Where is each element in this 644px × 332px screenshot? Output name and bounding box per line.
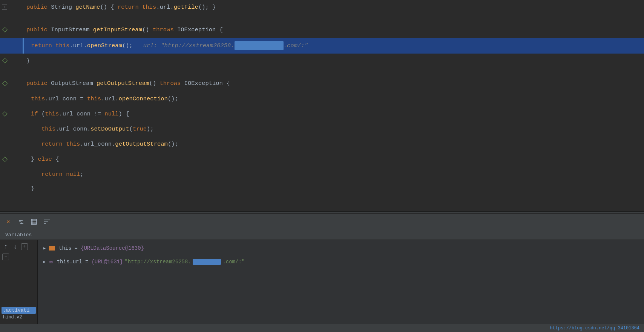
selected-bar bbox=[23, 38, 24, 54]
add-watch-button[interactable]: + bbox=[21, 243, 28, 250]
hind-label: hind.v2 bbox=[2, 314, 36, 321]
var-val-url-str-start: "http://xstream26258. bbox=[124, 259, 191, 265]
kw-return-13: return bbox=[41, 170, 66, 179]
type-outputstream: OutputStream bbox=[51, 79, 97, 88]
punct-3: (); } bbox=[198, 3, 216, 12]
line-10-content: this.url_conn.setDoOutput(true); bbox=[23, 121, 644, 137]
gutter-3 bbox=[0, 22, 23, 38]
punct-7: (); bbox=[122, 41, 133, 51]
punct-19: ); bbox=[147, 124, 154, 134]
gutter-13 bbox=[0, 167, 23, 182]
punct-12: .url. bbox=[101, 94, 119, 104]
punct-2: .url. bbox=[156, 3, 174, 12]
method-getoutputstream: getOutputStream bbox=[97, 79, 149, 88]
bottom-panel: ✕ bbox=[0, 214, 644, 332]
blurred-url-text: ██ ██████ bbox=[193, 259, 221, 265]
method-setdooutput: setDoOutput bbox=[90, 124, 129, 134]
code-line-10: this.url_conn.setDoOutput(true); bbox=[0, 121, 644, 137]
method-getinputstream: getInputStream bbox=[93, 25, 142, 35]
line-3-content: public InputStream getInputStream() thro… bbox=[23, 22, 644, 38]
code-line-8: this.url_conn = this.url.openConnection(… bbox=[0, 91, 644, 106]
variables-header: Variables bbox=[0, 230, 644, 240]
var-icon-inf: ∞ bbox=[49, 259, 53, 265]
punct-20: .url_conn. bbox=[80, 140, 115, 149]
variable-row-this[interactable]: ▶ this = {URLDataSource@1630} bbox=[38, 241, 644, 255]
exception-ioexception-1: IOException bbox=[177, 25, 219, 35]
punct-1: () { bbox=[100, 3, 118, 12]
punct-23: { bbox=[55, 155, 59, 164]
code-line-11: return this.url_conn.getOutputStream(); bbox=[0, 137, 644, 152]
line-5-content: } bbox=[23, 54, 644, 68]
line-4-content: return this.url.openStream(); url: "http… bbox=[23, 38, 644, 54]
gutter-7 bbox=[0, 75, 23, 91]
line-14-content: } bbox=[23, 182, 644, 196]
expand-arrow-url[interactable]: ▶ bbox=[41, 259, 48, 265]
kw-if: if bbox=[31, 109, 41, 119]
punct-11: .url_conn = bbox=[45, 94, 87, 104]
restore-button[interactable] bbox=[16, 217, 26, 227]
var-name-url: this.url bbox=[57, 259, 82, 265]
code-line-14: } bbox=[0, 182, 644, 196]
diamond-minus-icon bbox=[2, 58, 8, 63]
code-line-empty1 bbox=[0, 14, 644, 22]
gutter-11 bbox=[0, 137, 23, 152]
plus-icon[interactable]: + bbox=[2, 5, 7, 10]
variable-row-url[interactable]: ▶ ∞ this.url = {URL@1631} "http://xstrea… bbox=[38, 255, 644, 269]
line-7-content: public OutputStream getOutputStream() th… bbox=[23, 75, 644, 91]
editor-container: + public String getName() { return this.… bbox=[0, 0, 644, 332]
close-frames-button[interactable]: ✕ bbox=[3, 217, 14, 227]
table-view-button[interactable] bbox=[29, 217, 39, 227]
punct-5: { bbox=[219, 25, 223, 35]
code-line-empty2 bbox=[0, 68, 644, 75]
punct-17: .url_conn. bbox=[55, 124, 90, 134]
variables-panel: Variables ↑ ↓ + − .activati hind.v2 bbox=[0, 230, 644, 324]
debugger-toolbar: ✕ bbox=[0, 214, 644, 230]
line-1-content: public String getName() { return this.ur… bbox=[23, 0, 644, 14]
null-kw: null bbox=[104, 109, 118, 119]
gutter-9 bbox=[0, 106, 23, 121]
step-down-button[interactable]: ↓ bbox=[12, 243, 19, 251]
exception-ioexception-2: IOException bbox=[184, 79, 227, 88]
code-line-12: } else { bbox=[0, 152, 644, 167]
method-openstream: openStream bbox=[87, 41, 122, 51]
code-line-4-selected[interactable]: return this.url.openStream(); url: "http… bbox=[0, 38, 644, 54]
gutter-12 bbox=[0, 152, 23, 167]
punct-16: ) { bbox=[119, 109, 129, 119]
var-icon-rect-this bbox=[49, 246, 55, 251]
kw-return-4: return bbox=[31, 41, 55, 51]
punct-9: () bbox=[149, 79, 160, 88]
sort-button[interactable] bbox=[41, 217, 52, 227]
line-11-content: return this.url_conn.getOutputStream(); bbox=[23, 137, 644, 152]
var-val-url-str-end: .com/:" bbox=[222, 259, 245, 265]
this-8a: this bbox=[31, 94, 45, 104]
throws-kw-1: throws bbox=[153, 25, 177, 35]
blurred-text-1: ████ ██ ██████ bbox=[235, 41, 284, 51]
step-up-button[interactable]: ↑ bbox=[2, 243, 9, 251]
status-link[interactable]: https://blog.csdn.net/qq_34101364 bbox=[550, 326, 639, 331]
method-getoutputstream-2: getOutputStream bbox=[115, 140, 168, 149]
code-line-7: public OutputStream getOutputStream() th… bbox=[0, 75, 644, 91]
this-4: this bbox=[55, 41, 69, 51]
code-line-13: return null; bbox=[0, 167, 644, 182]
expand-arrow-this[interactable]: ▶ bbox=[41, 245, 48, 251]
url-hint-2: .com/:" bbox=[284, 41, 308, 51]
punct-6: .url. bbox=[69, 41, 87, 51]
punct-22: } bbox=[31, 155, 38, 164]
code-line-5: } bbox=[0, 54, 644, 68]
punct-15: .url_conn != bbox=[59, 109, 104, 119]
code-editor[interactable]: + public String getName() { return this.… bbox=[0, 0, 644, 211]
var-eq-this: = bbox=[75, 245, 78, 251]
code-line-9: if (this.url_conn != null) { bbox=[0, 106, 644, 121]
kw-public-7: public bbox=[26, 79, 51, 88]
var-val-url-obj: {URL@1631} bbox=[91, 259, 123, 265]
punct-10: { bbox=[226, 79, 230, 88]
line-12-content: } else { bbox=[23, 152, 644, 167]
variables-content: ↑ ↓ + − .activati hind.v2 ▶ bbox=[0, 240, 644, 324]
throws-kw-2: throws bbox=[159, 79, 184, 88]
null-kw-2: null bbox=[66, 170, 80, 179]
punct-18: ( bbox=[129, 124, 133, 134]
punct-4: () bbox=[142, 25, 153, 35]
status-bar: https://blog.csdn.net/qq_34101364 bbox=[0, 324, 644, 332]
punct-25: } bbox=[31, 184, 34, 194]
minus-watch-button[interactable]: − bbox=[2, 254, 9, 260]
